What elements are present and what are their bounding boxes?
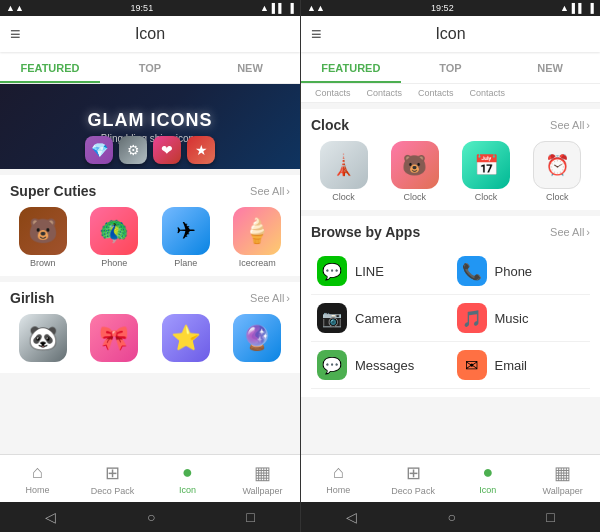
right-home-icon: ⌂: [333, 462, 344, 483]
left-home-btn[interactable]: ○: [147, 509, 155, 525]
clock-item-4[interactable]: ⏰ Clock: [525, 141, 590, 202]
banner-icon-4[interactable]: ★: [187, 136, 215, 164]
left-status-time: 19:51: [131, 3, 154, 13]
browse-header: Browse by Apps See All: [311, 224, 590, 240]
banner-icon-1[interactable]: 💎: [85, 136, 113, 164]
girlish-icon-1: 🐼: [19, 314, 67, 362]
left-nav-wallpaper[interactable]: ▦ Wallpaper: [225, 455, 300, 502]
left-nav-decopack[interactable]: ⊞ Deco Pack: [75, 455, 150, 502]
right-bottom-nav: ⌂ Home ⊞ Deco Pack ● Icon ▦ Wallpaper: [301, 454, 600, 502]
clock-icon-4: ⏰: [533, 141, 581, 189]
girlish-see-all[interactable]: See All: [250, 292, 290, 304]
phone-label: Phone: [101, 258, 127, 268]
left-menu-icon[interactable]: ≡: [10, 24, 21, 45]
left-banner: GLAM ICONS Bling bling shiny icons 💎 ⚙ ❤…: [0, 84, 300, 169]
browse-music[interactable]: 🎵 Music: [451, 295, 591, 341]
girlish-item-4[interactable]: 🔮: [225, 314, 291, 365]
left-top-bar: ≡ Icon: [0, 16, 300, 52]
left-home-label: Home: [25, 485, 49, 495]
browse-title: Browse by Apps: [311, 224, 420, 240]
right-nav-decopack[interactable]: ⊞ Deco Pack: [376, 455, 451, 502]
left-back-btn[interactable]: ◁: [45, 509, 56, 525]
left-nav-icon[interactable]: ● Icon: [150, 455, 225, 502]
left-status-bar: ▲▲ 19:51 ▲ ▌▌ ▐: [0, 0, 300, 16]
right-tab-new[interactable]: NEW: [500, 52, 600, 83]
clock-item-1[interactable]: 🗼 Clock: [311, 141, 376, 202]
super-cuties-item-plane[interactable]: ✈ Plane: [153, 207, 219, 268]
right-tab-featured[interactable]: FEATURED: [301, 52, 401, 83]
left-top-title: Icon: [135, 25, 165, 43]
line-app-icon: 💬: [317, 256, 347, 286]
right-icon-nav-label: Icon: [479, 485, 496, 495]
browse-email[interactable]: ✉ Email: [451, 342, 591, 388]
browse-phone[interactable]: 📞 Phone: [451, 248, 591, 294]
super-cuties-item-brown[interactable]: 🐻 Brown: [10, 207, 76, 268]
brown-label: Brown: [30, 258, 56, 268]
girlish-item-1[interactable]: 🐼: [10, 314, 76, 365]
right-nav-icon[interactable]: ● Icon: [451, 455, 526, 502]
browse-section: Browse by Apps See All 💬 LINE 📞 Phone: [301, 216, 600, 397]
left-android-bar: ◁ ○ □: [0, 502, 300, 532]
super-cuties-item-phone[interactable]: 🦚 Phone: [82, 207, 148, 268]
right-content: Contacts Contacts Contacts Contacts Cloc…: [301, 84, 600, 454]
left-wallpaper-label: Wallpaper: [242, 486, 282, 496]
left-banner-icons: 💎 ⚙ ❤ ★: [0, 136, 300, 164]
brown-icon: 🐻: [19, 207, 67, 255]
browse-see-all[interactable]: See All: [550, 226, 590, 238]
music-app-icon: 🎵: [457, 303, 487, 333]
clock-item-2[interactable]: 🐻 Clock: [382, 141, 447, 202]
right-nav-wallpaper[interactable]: ▦ Wallpaper: [525, 455, 600, 502]
left-banner-title: GLAM ICONS: [88, 110, 213, 131]
messages-app-label: Messages: [355, 358, 414, 373]
left-tab-featured[interactable]: FEATURED: [0, 52, 100, 83]
left-decopack-icon: ⊞: [105, 462, 120, 484]
right-recent-btn[interactable]: □: [546, 509, 554, 525]
clock-label-1: Clock: [332, 192, 355, 202]
right-nav-home[interactable]: ⌂ Home: [301, 455, 376, 502]
banner-icon-2[interactable]: ⚙: [119, 136, 147, 164]
left-battery-icon: ▐: [288, 3, 294, 13]
left-recent-btn[interactable]: □: [246, 509, 254, 525]
right-wifi-icon: ▲: [560, 3, 569, 13]
banner-icon-3[interactable]: ❤: [153, 136, 181, 164]
browse-messages[interactable]: 💬 Messages: [311, 342, 451, 388]
icecream-icon: 🍦: [233, 207, 281, 255]
clock-icon-3: 📅: [462, 141, 510, 189]
super-cuties-see-all[interactable]: See All: [250, 185, 290, 197]
icecream-label: Icecream: [239, 258, 276, 268]
girlish-item-2[interactable]: 🎀: [82, 314, 148, 365]
right-phone-panel: ▲▲ 19:52 ▲ ▌▌ ▐ ≡ Icon FEATURED TOP NEW …: [300, 0, 600, 532]
browse-camera[interactable]: 📷 Camera: [311, 295, 451, 341]
right-back-btn[interactable]: ◁: [346, 509, 357, 525]
browse-row-1: 💬 LINE 📞 Phone: [311, 248, 590, 295]
girlish-row: 🐼 🎀 ⭐ 🔮: [10, 314, 290, 365]
right-wallpaper-icon: ▦: [554, 462, 571, 484]
girlish-icon-3: ⭐: [162, 314, 210, 362]
clock-see-all[interactable]: See All: [550, 119, 590, 131]
right-menu-icon[interactable]: ≡: [311, 24, 322, 45]
clock-label-2: Clock: [404, 192, 427, 202]
right-signal-icon: ▲▲: [307, 3, 325, 13]
browse-line[interactable]: 💬 LINE: [311, 248, 451, 294]
camera-app-label: Camera: [355, 311, 401, 326]
left-icon-nav-icon: ●: [182, 462, 193, 483]
left-tab-top[interactable]: TOP: [100, 52, 200, 83]
clock-item-3[interactable]: 📅 Clock: [454, 141, 519, 202]
right-status-time: 19:52: [431, 3, 454, 13]
left-nav-home[interactable]: ⌂ Home: [0, 455, 75, 502]
clock-icon-row: 🗼 Clock 🐻 Clock 📅 Clock ⏰ Clock: [311, 141, 590, 202]
right-decopack-label: Deco Pack: [391, 486, 435, 496]
right-home-btn[interactable]: ○: [448, 509, 456, 525]
left-wifi-icon: ▲: [260, 3, 269, 13]
girlish-item-3[interactable]: ⭐: [153, 314, 219, 365]
left-bottom-nav: ⌂ Home ⊞ Deco Pack ● Icon ▦ Wallpaper: [0, 454, 300, 502]
line-app-label: LINE: [355, 264, 384, 279]
email-app-label: Email: [495, 358, 528, 373]
super-cuties-item-icecream[interactable]: 🍦 Icecream: [225, 207, 291, 268]
right-tab-top[interactable]: TOP: [401, 52, 501, 83]
left-status-right: ▲ ▌▌ ▐: [260, 3, 294, 13]
music-app-label: Music: [495, 311, 529, 326]
right-android-bar: ◁ ○ □: [301, 502, 600, 532]
left-tab-new[interactable]: NEW: [200, 52, 300, 83]
left-decopack-label: Deco Pack: [91, 486, 135, 496]
